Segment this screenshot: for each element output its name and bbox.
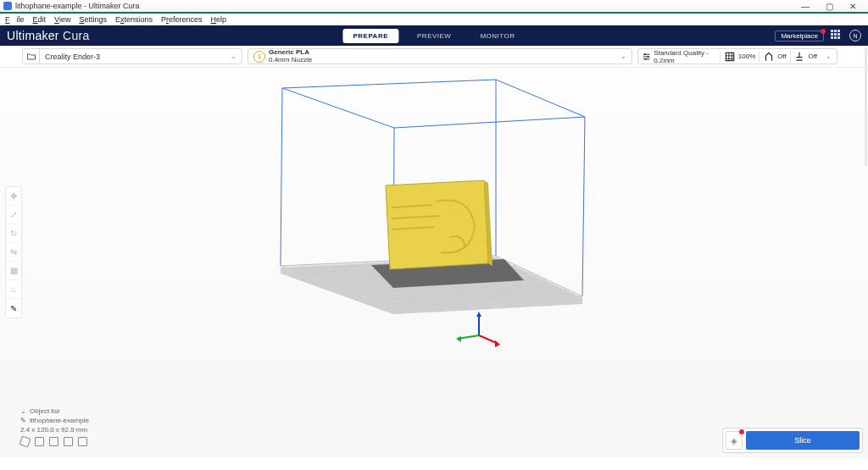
svg-point-0 bbox=[644, 53, 646, 55]
tab-monitor[interactable]: MONITOR bbox=[470, 29, 525, 43]
object-list-header-row[interactable]: ⌄ Object list bbox=[20, 407, 89, 415]
tool-mesh[interactable]: ▦ bbox=[6, 262, 21, 280]
quality-label: Standard Quality - 0.2mm bbox=[654, 49, 716, 64]
object-dimensions: 2.4 x 120.0 x 92.8 mm bbox=[20, 426, 87, 434]
infill-icon bbox=[724, 51, 736, 63]
left-toolbar: ✥ ⤢ ↻ ⇋ ▦ ⌂ ✎ bbox=[5, 186, 22, 318]
window-maximize-button[interactable]: ▢ bbox=[817, 2, 841, 11]
app-icon bbox=[3, 2, 12, 10]
notification-dot-icon bbox=[821, 29, 826, 34]
svg-marker-35 bbox=[476, 312, 481, 317]
material-selector[interactable]: 1 Generic PLA 0.4mm Nozzle ⌄ bbox=[248, 48, 632, 64]
extruder-badge-icon: 1 bbox=[253, 51, 265, 63]
window-close-button[interactable]: ✕ bbox=[841, 2, 865, 11]
adhesion-value: Off bbox=[808, 53, 817, 60]
sliders-icon bbox=[642, 51, 651, 63]
tab-preview[interactable]: PREVIEW bbox=[407, 29, 461, 43]
menu-view[interactable]: View bbox=[51, 15, 74, 24]
view-left-icon[interactable] bbox=[64, 437, 73, 446]
object-name: lithophane-example bbox=[30, 417, 89, 424]
menu-settings[interactable]: Settings bbox=[75, 15, 110, 24]
folder-icon bbox=[26, 52, 36, 62]
tab-prepare[interactable]: PREPARE bbox=[342, 29, 398, 43]
app-header: Ultimaker Cura PREPARE PREVIEW MONITOR M… bbox=[0, 25, 868, 46]
pencil-icon: ✎ bbox=[20, 417, 26, 424]
window-titlebar: lithophane-example - Ultimaker Cura — ▢ … bbox=[0, 0, 868, 14]
menu-file[interactable]: File bbox=[2, 15, 28, 24]
stage-tabs: PREPARE PREVIEW MONITOR bbox=[342, 29, 525, 43]
tool-mirror[interactable]: ⇋ bbox=[6, 243, 21, 262]
adhesion-icon bbox=[793, 51, 805, 63]
extruder-number: 1 bbox=[258, 53, 261, 59]
marketplace-label: Marketplace bbox=[781, 32, 818, 40]
config-bar: Creality Ender-3 ⌄ 1 Generic PLA 0.4mm N… bbox=[0, 46, 868, 68]
svg-marker-37 bbox=[456, 336, 461, 342]
brand-logo: Ultimaker Cura bbox=[7, 29, 90, 42]
brand-part-b: Cura bbox=[59, 29, 90, 42]
preview-toggle-button[interactable]: ◈ bbox=[726, 431, 743, 450]
view-right-icon[interactable] bbox=[78, 437, 87, 446]
open-file-button[interactable] bbox=[23, 49, 40, 64]
view-front-icon[interactable] bbox=[35, 437, 44, 446]
brand-part-a: Ultimaker bbox=[7, 29, 59, 42]
svg-rect-3 bbox=[726, 53, 733, 60]
scene-svg bbox=[0, 68, 868, 458]
object-list-item[interactable]: ✎ lithophane-example bbox=[20, 417, 89, 424]
account-avatar[interactable]: N bbox=[849, 30, 861, 41]
eye-icon: ◈ bbox=[731, 436, 737, 445]
tool-move[interactable]: ✥ bbox=[6, 187, 21, 206]
window-minimize-button[interactable]: — bbox=[793, 2, 817, 11]
menu-bar: File Edit View Settings Extensions Prefe… bbox=[0, 14, 868, 25]
chevron-down-icon: ⌄ bbox=[225, 53, 242, 60]
menu-extensions[interactable]: Extensions bbox=[112, 15, 156, 24]
tool-custom[interactable]: ✎ bbox=[6, 299, 21, 318]
avatar-initial: N bbox=[853, 33, 857, 39]
apps-grid-icon[interactable] bbox=[831, 30, 843, 41]
view-3d-icon[interactable] bbox=[19, 435, 31, 447]
menu-preferences[interactable]: Preferences bbox=[158, 15, 206, 24]
view-top-icon[interactable] bbox=[49, 437, 58, 446]
slice-button-label: Slice bbox=[794, 436, 811, 445]
object-list-header: Object list bbox=[30, 407, 59, 415]
model-lithophane[interactable] bbox=[386, 180, 492, 269]
svg-point-2 bbox=[645, 58, 647, 59]
support-value: Off bbox=[777, 53, 787, 60]
nozzle-size: 0.4mm Nozzle bbox=[269, 57, 312, 64]
tool-scale[interactable]: ⤢ bbox=[6, 206, 21, 224]
menu-help[interactable]: Help bbox=[208, 15, 231, 24]
chevron-down-icon: ⌄ bbox=[20, 407, 26, 415]
svg-marker-30 bbox=[386, 180, 488, 269]
slice-panel: ◈ Slice bbox=[722, 428, 863, 453]
chevron-down-icon: ⌄ bbox=[615, 53, 632, 60]
menu-edit[interactable]: Edit bbox=[30, 15, 50, 24]
marketplace-button[interactable]: Marketplace bbox=[775, 30, 824, 41]
object-list-panel: ⌄ Object list ✎ lithophane-example 2.4 x… bbox=[20, 407, 89, 446]
axis-gizmo bbox=[456, 312, 500, 347]
viewport-3d[interactable]: ✥ ⤢ ↻ ⇋ ▦ ⌂ ✎ ⌄ Object list ✎ lithophane… bbox=[0, 68, 868, 458]
svg-marker-36 bbox=[495, 340, 500, 347]
chevron-down-icon: ⌄ bbox=[821, 53, 837, 60]
window-title: lithophane-example - Ultimaker Cura bbox=[15, 2, 140, 10]
infill-value: 100% bbox=[738, 53, 755, 60]
printer-selector[interactable]: Creality Ender-3 ⌄ bbox=[22, 48, 242, 64]
tool-rotate[interactable]: ↻ bbox=[6, 224, 21, 243]
slice-button[interactable]: Slice bbox=[746, 431, 860, 450]
svg-point-1 bbox=[648, 56, 649, 58]
scrollbar-vertical[interactable] bbox=[865, 47, 867, 166]
view-mode-icons bbox=[20, 437, 89, 446]
printer-name: Creality Ender-3 bbox=[40, 53, 225, 61]
notification-dot-icon bbox=[739, 429, 744, 434]
tool-support-blocker[interactable]: ⌂ bbox=[6, 280, 21, 299]
support-icon bbox=[763, 51, 775, 63]
print-settings-selector[interactable]: Standard Quality - 0.2mm 100% Off Off ⌄ bbox=[637, 48, 837, 64]
